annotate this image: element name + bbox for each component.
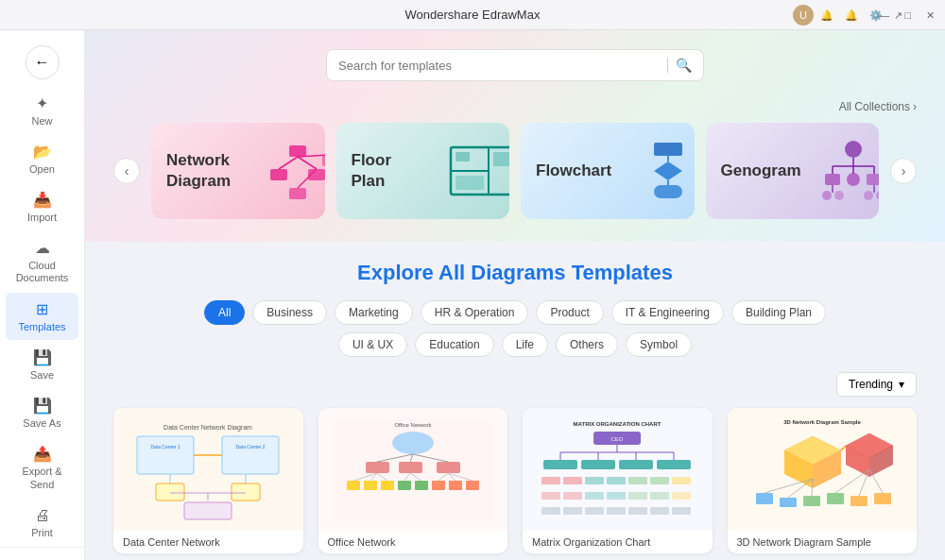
- notification-icon[interactable]: 🔔: [816, 9, 838, 22]
- template-card-genogram[interactable]: Genogram: [706, 123, 880, 219]
- svg-rect-91: [628, 477, 647, 484]
- explore-section: Explore All Diagrams Templates All Busin…: [85, 242, 945, 560]
- search-bar: 🔍: [326, 49, 704, 81]
- svg-rect-14: [455, 176, 484, 190]
- svg-rect-28: [867, 174, 880, 185]
- filter-hr[interactable]: HR & Operation: [421, 300, 529, 325]
- search-input[interactable]: [338, 59, 660, 73]
- template-card-floor[interactable]: Floor Plan: [336, 123, 510, 219]
- svg-point-20: [845, 141, 862, 158]
- svg-rect-121: [874, 493, 891, 504]
- svg-rect-103: [585, 507, 604, 515]
- svg-rect-101: [541, 507, 560, 515]
- network-diagram-icon: [261, 141, 325, 202]
- svg-rect-100: [672, 492, 691, 500]
- template-thumb-data-center[interactable]: Data Center Network Diagram Data Center …: [113, 408, 303, 553]
- svg-rect-62: [415, 481, 428, 490]
- sidebar-item-templates[interactable]: ⊞ Templates: [6, 293, 78, 340]
- template-thumb-3d-network[interactable]: 3D Network Diagram Sample: [728, 408, 918, 553]
- sidebar-item-new[interactable]: ✦ New +: [6, 87, 78, 134]
- sidebar-item-open[interactable]: 📂 Open: [6, 135, 78, 182]
- svg-rect-117: [780, 498, 797, 507]
- svg-rect-52: [366, 462, 389, 473]
- template-label-office: Office Network: [318, 531, 508, 553]
- sidebar-item-export[interactable]: 📤 Export & Send: [6, 437, 78, 498]
- sidebar-item-save-as[interactable]: 💾 Save As: [6, 389, 78, 436]
- filter-product[interactable]: Product: [536, 300, 603, 325]
- filter-business[interactable]: Business: [252, 300, 327, 325]
- templates-icon: ⊞: [36, 300, 48, 318]
- filter-ui[interactable]: UI & UX: [338, 332, 407, 357]
- template-img-matrix: MATRIX ORGANIZATION CHART CEO: [523, 408, 713, 531]
- svg-rect-64: [449, 481, 462, 490]
- svg-rect-107: [672, 507, 691, 515]
- all-collections-link[interactable]: All Collections ›: [839, 100, 917, 113]
- sidebar-export-label: Export & Send: [9, 466, 75, 490]
- title-bar: Wondershare EdrawMax U 🔔 🔔 ⚙️ ↗ — □ ✕: [0, 0, 945, 30]
- template-thumb-matrix[interactable]: MATRIX ORGANIZATION CHART CEO: [523, 408, 713, 553]
- svg-rect-96: [585, 492, 604, 500]
- open-icon: 📂: [33, 143, 52, 161]
- filter-all[interactable]: All: [204, 300, 245, 325]
- filter-education[interactable]: Education: [415, 332, 493, 357]
- sidebar-cloud-label: Cloud Documents: [9, 260, 75, 284]
- back-button[interactable]: ←: [26, 45, 60, 79]
- svg-rect-17: [654, 185, 682, 198]
- sidebar-item-print[interactable]: 🖨 Print: [6, 500, 78, 546]
- filter-building[interactable]: Building Plan: [731, 300, 826, 325]
- filter-it[interactable]: IT & Engineering: [611, 300, 724, 325]
- svg-rect-85: [619, 460, 653, 469]
- trending-dropdown[interactable]: Trending ▾: [836, 372, 917, 397]
- svg-text:Office Network: Office Network: [394, 422, 432, 428]
- template-thumb-office[interactable]: Office Network: [318, 408, 508, 553]
- svg-rect-58: [347, 481, 360, 490]
- svg-rect-105: [628, 507, 647, 515]
- floor-plan-icon: [437, 138, 510, 204]
- svg-rect-42: [156, 484, 184, 501]
- svg-line-115: [841, 446, 846, 450]
- svg-rect-102: [563, 507, 582, 515]
- window-controls: — □ ✕: [874, 0, 939, 30]
- search-divider: [667, 58, 668, 73]
- carousel-items: NetworkDiagram: [151, 123, 879, 219]
- svg-rect-87: [541, 477, 560, 484]
- close-button[interactable]: ✕: [921, 9, 939, 22]
- svg-text:Data Center 2: Data Center 2: [236, 444, 266, 450]
- save-icon: 💾: [33, 348, 52, 366]
- sidebar-new-label: New: [31, 115, 52, 127]
- svg-marker-16: [654, 161, 682, 180]
- template-card-network[interactable]: NetworkDiagram: [151, 123, 325, 219]
- svg-rect-37: [137, 436, 194, 474]
- minimize-button[interactable]: —: [874, 9, 894, 21]
- genogram-icon: [806, 138, 880, 204]
- sidebar-item-cloud[interactable]: ☁ Cloud Documents: [6, 231, 78, 292]
- svg-rect-54: [399, 462, 422, 473]
- svg-rect-97: [607, 492, 626, 500]
- svg-point-51: [392, 432, 434, 454]
- user-avatar[interactable]: U: [793, 5, 814, 25]
- carousel-prev-button[interactable]: ‹: [113, 158, 140, 184]
- svg-rect-88: [563, 477, 582, 484]
- search-button[interactable]: 🔍: [676, 58, 692, 73]
- maximize-button[interactable]: □: [900, 9, 916, 21]
- template-card-flowchart[interactable]: Flowchart: [521, 123, 695, 219]
- filter-life[interactable]: Life: [502, 332, 548, 357]
- sidebar-item-save[interactable]: 💾 Save: [6, 341, 78, 388]
- sidebar-item-import[interactable]: 📥 Import: [6, 183, 78, 230]
- bell-badge-icon[interactable]: 🔔: [840, 9, 863, 22]
- carousel-next-button[interactable]: ›: [890, 158, 917, 184]
- filter-marketing[interactable]: Marketing: [335, 300, 413, 325]
- sidebar-item-account[interactable]: 👤 Account: [6, 556, 78, 560]
- template-grid: Data Center Network Diagram Data Center …: [113, 408, 917, 553]
- main-content: 🔍 All Collections › ‹ NetworkDiagram: [85, 30, 945, 560]
- filter-others[interactable]: Others: [556, 332, 618, 357]
- svg-rect-26: [825, 174, 840, 185]
- svg-rect-59: [364, 481, 377, 490]
- export-icon: 📤: [33, 445, 52, 463]
- template-img-office: Office Network: [318, 408, 508, 531]
- filter-symbol[interactable]: Symbol: [626, 332, 692, 357]
- print-icon: 🖨: [35, 507, 50, 524]
- svg-rect-63: [432, 481, 445, 490]
- svg-rect-60: [381, 481, 394, 490]
- svg-rect-43: [232, 484, 260, 501]
